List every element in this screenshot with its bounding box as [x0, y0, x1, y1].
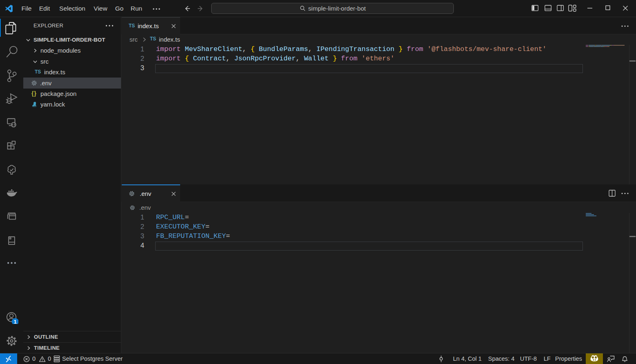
svg-text:1: 1: [14, 319, 17, 324]
